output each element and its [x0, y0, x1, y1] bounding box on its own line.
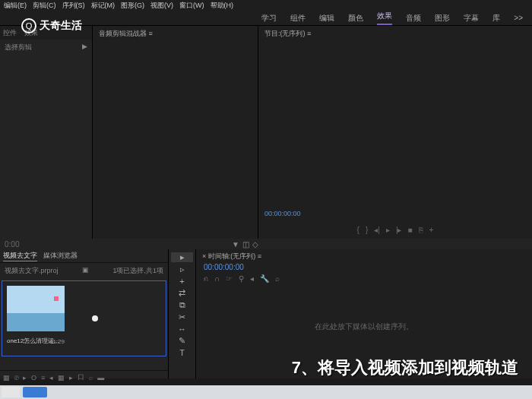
auto-seq-icon[interactable]: ◂	[49, 374, 53, 382]
menu-graphics[interactable]: 图形(G)	[119, 1, 147, 11]
logo-text: 天奇生活	[40, 19, 82, 33]
program-timecode: 00:00:00:00	[264, 210, 301, 217]
play-icon[interactable]: ▸	[386, 226, 390, 234]
mark-out-icon[interactable]: }	[366, 226, 368, 234]
ws-tab-learn[interactable]: 学习	[261, 13, 277, 24]
tool-palette: ▸ ▹ + ⇄ ⧉ ✂ ↔ ✎ T	[169, 249, 196, 378]
project-bin[interactable]: one12怎么清理运... 41:29	[2, 280, 166, 356]
timeline-drop-hint: 在此处放下媒体以创建序列。	[315, 321, 413, 332]
mid-control-bar: 0:00 ▼ ◫ ◇	[0, 239, 532, 249]
hand-tool-icon[interactable]: ↔	[171, 325, 193, 334]
find-icon[interactable]: ▦	[58, 374, 65, 382]
audio-mixer-title: 音频剪辑混战器 ≡	[93, 26, 258, 42]
ws-tab-graphics[interactable]: 图形	[435, 13, 450, 24]
logo-icon: Q	[21, 18, 36, 33]
ws-tab-effects[interactable]: 效果	[377, 11, 392, 25]
wrench-icon[interactable]: 🔧	[260, 274, 269, 283]
menu-clip[interactable]: 剪辑(C)	[30, 1, 59, 11]
mid-timecode: 0:00	[5, 240, 19, 249]
program-monitor-panel: 节目:(无序列) ≡ 00:00:00:00 { } ◂| ▸ |▸ ■ ⎘ +	[258, 26, 532, 239]
track-select-tool-icon[interactable]: ▹	[171, 264, 193, 274]
loading-dot-icon	[92, 315, 98, 321]
project-status: 1项已选择,共1项	[112, 266, 163, 276]
menu-view[interactable]: 视图(V)	[148, 1, 176, 11]
project-panel: 视频去文字 媒体浏览器 视频去文字.prproj ▣ 1项已选择,共1项 one…	[0, 249, 169, 378]
ws-tab-captions[interactable]: 字幕	[464, 13, 479, 24]
menu-edit[interactable]: 编辑(E)	[2, 1, 29, 11]
selection-tool-icon[interactable]: ▸	[171, 252, 193, 262]
tab-media-browser[interactable]: 媒体浏览器	[43, 251, 78, 261]
ws-tab-library[interactable]: 库	[492, 13, 500, 24]
tutorial-caption: 7、将导入视频添加到视频轨道	[292, 356, 518, 379]
menu-bar: 编辑(E) 剪辑(C) 序列(S) 标记(M) 图形(G) 视图(V) 窗口(W…	[0, 0, 532, 11]
pen-tool-icon[interactable]: ✎	[171, 336, 193, 346]
new-item-icon[interactable]: 口	[78, 372, 84, 382]
zoom-slider[interactable]: O	[31, 374, 36, 382]
project-footer: ▦ ⎚ ▸ O ≡ ◂ ▦ ▸ 口 ⌕ ▬	[0, 370, 168, 384]
clip-duration: 41:29	[49, 338, 65, 345]
project-filename: 视频去文字.prproj	[5, 266, 59, 276]
step-back-icon[interactable]: ◂|	[374, 226, 380, 234]
sort-icon[interactable]: ≡	[41, 374, 45, 382]
snap-icon[interactable]: ⎌	[204, 274, 208, 283]
folder-icon[interactable]: ▣	[82, 266, 89, 276]
menu-help[interactable]: 帮助(H)	[208, 1, 236, 11]
ws-more-icon[interactable]: >>	[514, 14, 523, 22]
ws-tab-edit[interactable]: 编辑	[319, 13, 334, 24]
icon-view-icon[interactable]: ⎚	[14, 374, 18, 382]
expand-arrow-icon[interactable]: ▶	[82, 43, 87, 52]
transport-controls: { } ◂| ▸ |▸ ■ ⎘ +	[258, 226, 532, 234]
tag-icon[interactable]: ◇	[252, 240, 258, 249]
mark-in-icon[interactable]: {	[357, 226, 359, 234]
new-bin-icon[interactable]: ▸	[69, 374, 73, 382]
menu-window[interactable]: 窗口(W)	[177, 1, 207, 11]
ws-tab-assembly[interactable]: 组件	[290, 13, 306, 24]
effect-controls-panel: 控件 效果 选择剪辑 ▶	[0, 26, 93, 239]
ripple-tool-icon[interactable]: +	[171, 277, 193, 286]
timeline-timecode: 00:00:00:00	[196, 263, 532, 271]
tab-controls[interactable]: 控件	[3, 28, 17, 38]
program-title: 节目:(无序列) ≡	[258, 26, 532, 42]
windows-taskbar	[0, 385, 532, 399]
marker-icon[interactable]: ☞	[226, 274, 233, 283]
menu-marker[interactable]: 标记(M)	[89, 1, 118, 11]
link-icon[interactable]: ∩	[214, 274, 220, 283]
timeline-tab[interactable]: × 时间轴:(无序列) ≡	[196, 249, 532, 263]
menu-sequence[interactable]: 序列(S)	[60, 1, 87, 11]
start-button[interactable]	[2, 387, 20, 397]
taskbar-app[interactable]	[23, 387, 47, 397]
export-frame-icon[interactable]: ⎘	[419, 226, 423, 234]
insert-icon[interactable]: ⚲	[239, 274, 244, 283]
search-icon[interactable]: ⌕	[89, 374, 93, 382]
clip-thumbnail[interactable]: one12怎么清理运... 41:29	[7, 286, 65, 331]
tab-project[interactable]: 视频去文字	[3, 251, 37, 261]
stop-icon[interactable]: ■	[408, 226, 413, 234]
ws-tab-audio[interactable]: 音频	[406, 13, 421, 24]
freeform-icon[interactable]: ▸	[23, 374, 27, 382]
overwrite-icon[interactable]: ◂	[250, 274, 254, 283]
caption-icon[interactable]: ⌕	[275, 274, 280, 283]
select-clip-label: 选择剪辑	[5, 43, 32, 52]
list-view-icon[interactable]: ▦	[3, 374, 10, 382]
filter-icon[interactable]: ▼	[232, 240, 239, 249]
ws-tab-color[interactable]: 颜色	[348, 13, 363, 24]
slip-tool-icon[interactable]: ⇄	[171, 288, 193, 298]
rect-tool-icon[interactable]: ⧉	[171, 300, 193, 310]
watermark-logo: Q 天奇生活	[21, 18, 82, 33]
bin-icon[interactable]: ◫	[242, 240, 249, 249]
clear-icon[interactable]: ▬	[97, 374, 104, 382]
settings-icon[interactable]: +	[429, 226, 434, 234]
razor-tool-icon[interactable]: ✂	[171, 312, 193, 322]
type-tool-icon[interactable]: T	[171, 348, 193, 357]
step-fwd-icon[interactable]: |▸	[396, 226, 402, 234]
audio-mixer-panel: 音频剪辑混战器 ≡	[93, 26, 258, 239]
